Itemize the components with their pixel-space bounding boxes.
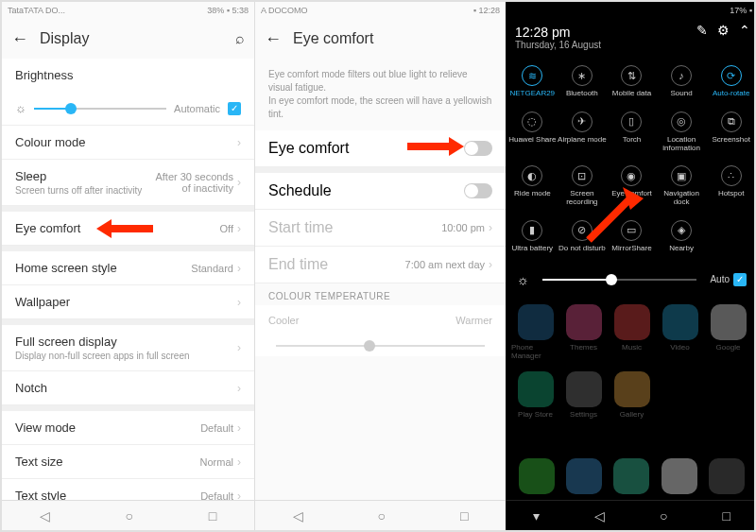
nav-hide-icon[interactable]: ▾ <box>533 508 540 523</box>
nav-home-icon[interactable]: ○ <box>660 508 667 523</box>
chevron-right-icon: › <box>237 262 241 275</box>
description: Eye comfort mode filters out blue light … <box>255 59 506 130</box>
chevron-right-icon: › <box>237 455 241 469</box>
app-icon[interactable]: Play Store <box>511 371 559 419</box>
auto-checkbox[interactable]: ✓ <box>733 273 747 286</box>
nav-back-icon[interactable]: ◁ <box>293 508 303 523</box>
tile-label: NETGEAR29 <box>510 90 556 98</box>
tile-bluetooth[interactable]: ∗Bluetooth <box>558 60 608 106</box>
view-mode-value: Default <box>200 422 233 434</box>
tile-label: Huawei Share <box>508 136 556 145</box>
eye-comfort-row[interactable]: Eye comfort Off › <box>2 212 254 246</box>
chevron-right-icon: › <box>489 221 492 234</box>
brightness-icon: ☼ <box>517 272 529 287</box>
tile-screenshot[interactable]: ⧉Screenshot <box>706 106 756 161</box>
notch-row[interactable]: Notch › <box>2 371 254 405</box>
nav-home-icon[interactable]: ○ <box>378 508 386 523</box>
tile-nav-dock[interactable]: ▣Navigation dock <box>657 160 707 215</box>
home-style-row[interactable]: Home screen style Standard › <box>2 251 254 285</box>
start-time-value: 10:00 pm <box>441 222 485 233</box>
text-size-row[interactable]: Text size Normal › <box>2 445 254 479</box>
nav-back-icon[interactable]: ◁ <box>40 508 50 523</box>
full-screen-row[interactable]: Full screen displayDisplay non-full scre… <box>2 325 254 371</box>
tile-sound[interactable]: ♪Sound <box>657 60 707 106</box>
end-time-value: 7:00 am next day <box>405 259 485 270</box>
nav-bar: ◁ ○ □ <box>2 500 254 530</box>
tile-label: Screenshot <box>712 136 749 145</box>
highlight-arrow <box>407 139 464 154</box>
eye-comfort-toggle-row: Eye comfort <box>255 130 506 167</box>
tile-label: Ride mode <box>514 190 551 198</box>
back-icon[interactable]: ← <box>11 29 28 49</box>
nav-home-icon[interactable]: ○ <box>126 508 133 523</box>
app-icon[interactable]: Google <box>704 304 752 360</box>
view-mode-row[interactable]: View mode Default › <box>2 411 254 445</box>
nav-dock-icon: ▣ <box>671 165 692 186</box>
colour-mode-row[interactable]: Colour mode › <box>2 126 254 160</box>
dock-messages[interactable] <box>613 458 649 494</box>
nav-recent-icon[interactable]: □ <box>460 508 468 523</box>
highlight-arrow <box>96 221 153 236</box>
automatic-checkbox[interactable]: ✓ <box>228 102 241 115</box>
schedule-row: Schedule <box>255 173 506 210</box>
gear-icon[interactable]: ⚙ <box>717 23 730 38</box>
panel-quick-settings: 17% ▪ 12:28 pm Thursday, 16 August ✎ ⚙ ⌃… <box>506 2 756 530</box>
cooler-label: Cooler <box>268 315 299 326</box>
tile-location[interactable]: ◎Location information <box>657 106 707 161</box>
chevron-right-icon: › <box>237 421 241 435</box>
tile-nearby[interactable]: ◈Nearby <box>657 215 707 261</box>
tile-auto-rotate[interactable]: ⟳Auto-rotate <box>706 60 756 106</box>
app-icon[interactable]: Settings <box>559 371 608 419</box>
dock-phone[interactable] <box>519 458 555 494</box>
mobile-data-icon: ⇅ <box>621 65 642 86</box>
tile-huawei-share[interactable]: ◌Huawei Share <box>507 106 558 161</box>
tile-airplane[interactable]: ✈Airplane mode <box>558 106 608 161</box>
nav-recent-icon[interactable]: □ <box>209 508 216 523</box>
wallpaper-row[interactable]: Wallpaper › <box>2 285 254 319</box>
chevron-right-icon: › <box>237 296 241 309</box>
sleep-label: SleepScreen turns off after inactivity <box>15 169 148 196</box>
dock-contacts[interactable] <box>566 458 602 494</box>
tile-torch[interactable]: ▯Torch <box>607 106 657 161</box>
header: ← Eye comfort <box>255 19 506 59</box>
status-right: ▪ 12:28 <box>473 6 500 15</box>
sleep-row[interactable]: SleepScreen turns off after inactivity A… <box>2 160 254 206</box>
app-icon[interactable]: Gallery <box>608 371 656 419</box>
tile-wifi[interactable]: ≋NETGEAR29 <box>507 60 558 106</box>
home-style-label: Home screen style <box>15 261 191 275</box>
sleep-value: After 30 seconds of inactivity <box>148 171 233 194</box>
eye-comfort-toggle[interactable] <box>464 141 492 156</box>
nearby-icon: ◈ <box>671 220 692 241</box>
collapse-icon[interactable]: ⌃ <box>739 23 750 38</box>
page-title: Display <box>40 30 89 47</box>
brightness-slider[interactable] <box>542 279 697 281</box>
end-time-label: End time <box>268 256 405 273</box>
tile-ride[interactable]: ◐Ride mode <box>507 160 558 215</box>
app-icon[interactable]: Video <box>656 304 704 360</box>
colour-temp-slider-row <box>255 335 506 356</box>
tile-label: Navigation dock <box>657 190 707 207</box>
colour-temp-header: COLOUR TEMPERATURE <box>255 283 506 305</box>
app-icon[interactable]: Music <box>608 304 656 360</box>
schedule-toggle[interactable] <box>464 183 492 198</box>
back-icon[interactable]: ← <box>265 29 282 49</box>
tile-hotspot[interactable]: ∴Hotspot <box>706 160 756 215</box>
nav-bar: ▾ ◁ ○ □ <box>506 500 756 530</box>
nav-back-icon[interactable]: ◁ <box>594 508 605 523</box>
dock-chrome[interactable] <box>662 458 697 494</box>
app-icon[interactable]: Phone Manager <box>511 304 559 360</box>
status-bar: TataTATA DO... 38% ▪ 5:38 <box>2 2 254 19</box>
colour-temp-slider[interactable] <box>276 345 485 347</box>
brightness-slider[interactable] <box>34 108 166 110</box>
automatic-label: Automatic <box>174 103 220 114</box>
search-icon[interactable]: ⌕ <box>235 30 245 47</box>
dock-camera[interactable] <box>709 458 745 494</box>
edit-icon[interactable]: ✎ <box>696 23 708 38</box>
tile-ultra-battery[interactable]: ▮Ultra battery <box>507 215 558 261</box>
chevron-right-icon: › <box>237 176 241 189</box>
tile-mobile-data[interactable]: ⇅Mobile data <box>607 60 657 106</box>
app-icon[interactable]: Themes <box>559 304 608 360</box>
page-title: Eye comfort <box>293 30 373 47</box>
brightness-row: Brightness <box>2 59 254 92</box>
nav-recent-icon[interactable]: □ <box>723 508 730 523</box>
